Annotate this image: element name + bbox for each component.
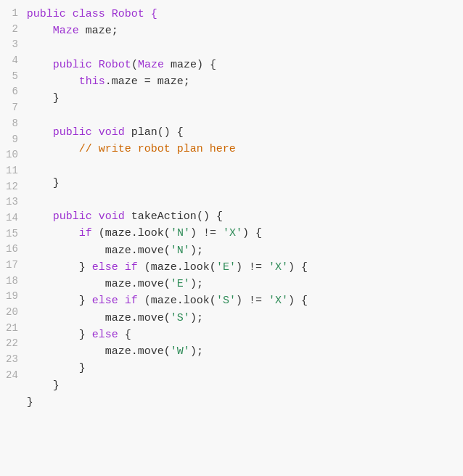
code-editor: 123456789101112131415161718192021222324 … — [0, 0, 463, 476]
token-plain: ) { — [288, 295, 308, 307]
token-string-green: 'S' — [171, 312, 190, 324]
code-line: } else if (maze.look('S') != 'X') { — [27, 292, 454, 309]
code-line — [27, 40, 454, 57]
token-plain: plan() { — [125, 126, 184, 139]
line-number: 24 — [6, 368, 18, 384]
line-number: 3 — [12, 37, 17, 53]
token-string-green: 'S' — [216, 295, 236, 307]
code-line: public void takeAction() { — [27, 208, 454, 225]
token-plain: (maze.look( — [92, 227, 171, 239]
code-line: public Robot(Maze maze) { — [27, 57, 454, 73]
token-plain: .maze = maze; — [105, 75, 190, 88]
line-number: 19 — [6, 289, 18, 305]
token-plain: } — [27, 329, 92, 341]
token-plain: ( — [131, 59, 138, 71]
code-line: } — [27, 90, 454, 107]
token-plain: ); — [190, 278, 203, 290]
token-plain: maze.move( — [27, 278, 171, 290]
token-plain: maze.move( — [27, 345, 171, 358]
token-plain: ) { — [242, 227, 262, 239]
token-plain: ); — [190, 312, 203, 324]
code-line: } — [27, 394, 454, 411]
token-string-green: 'N' — [171, 245, 190, 257]
token-plain: (maze.look( — [138, 261, 216, 274]
code-line: public void plan() { — [27, 124, 454, 141]
token-type-purple: Maze — [138, 59, 164, 71]
line-number: 13 — [6, 194, 18, 210]
code-line: maze.move('N'); — [27, 242, 454, 259]
code-line: if (maze.look('N') != 'X') { — [27, 225, 454, 242]
token-plain — [27, 126, 53, 139]
line-numbers: 123456789101112131415161718192021222324 — [0, 6, 27, 470]
token-string-green: 'X' — [223, 227, 242, 239]
token-type-purple: Maze — [53, 25, 79, 37]
token-kw-purple: public void — [53, 126, 125, 139]
line-number: 23 — [6, 352, 18, 368]
token-kw-purple: if — [79, 227, 92, 239]
line-number: 18 — [6, 274, 18, 290]
line-number: 17 — [6, 258, 18, 274]
token-plain — [27, 25, 53, 37]
code-line: } — [27, 175, 454, 192]
token-plain: ) != — [190, 227, 223, 239]
code-line — [27, 157, 454, 174]
line-number: 14 — [6, 210, 18, 226]
token-plain: { — [118, 329, 131, 341]
line-number: 2 — [12, 22, 17, 38]
line-number: 1 — [12, 6, 17, 22]
token-string-green: 'E' — [171, 278, 190, 290]
line-number: 6 — [12, 84, 17, 100]
line-number: 8 — [12, 116, 17, 132]
line-number: 22 — [6, 336, 18, 352]
token-kw-purple: public — [53, 59, 92, 71]
token-string-green: 'E' — [216, 261, 236, 274]
line-number: 5 — [12, 69, 17, 85]
token-plain: ); — [190, 245, 203, 257]
token-plain: } — [27, 396, 33, 409]
line-number: 11 — [6, 163, 18, 179]
token-kw-purple: public class Robot { — [27, 8, 157, 20]
token-plain: } — [27, 261, 92, 274]
token-plain: } — [27, 379, 60, 392]
code-line: Maze maze; — [27, 22, 454, 39]
code-line: } else { — [27, 327, 454, 343]
token-plain: maze; — [79, 25, 118, 37]
code-line: this.maze = maze; — [27, 73, 454, 90]
token-comment-orange: // write robot plan here — [79, 143, 236, 155]
line-number: 21 — [6, 321, 18, 337]
code-line: } — [27, 377, 454, 394]
token-kw-purple: else — [92, 329, 118, 341]
token-kw-purple: else if — [92, 261, 138, 274]
token-plain: maze) { — [164, 59, 216, 71]
line-number: 16 — [6, 242, 18, 258]
code-line: public class Robot { — [27, 6, 454, 22]
token-plain: takeAction() { — [125, 210, 223, 223]
token-plain: ) != — [236, 295, 269, 307]
token-string-green: 'W' — [171, 345, 190, 358]
token-plain: } — [27, 295, 92, 307]
token-plain: maze.move( — [27, 312, 171, 324]
code-line — [27, 192, 454, 208]
token-kw-this: this — [79, 75, 105, 88]
code-line: // write robot plan here — [27, 141, 454, 157]
code-content: public class Robot { Maze maze; public R… — [27, 6, 463, 470]
token-plain: } — [27, 177, 60, 189]
token-plain: } — [27, 92, 60, 104]
token-plain: ) { — [288, 261, 308, 274]
token-plain — [92, 59, 99, 71]
code-line — [27, 107, 454, 124]
token-plain — [27, 59, 53, 71]
token-kw-purple: public void — [53, 210, 125, 223]
token-string-green: 'X' — [269, 261, 288, 274]
code-line: } else if (maze.look('E') != 'X') { — [27, 259, 454, 276]
code-line: maze.move('S'); — [27, 310, 454, 327]
token-kw-purple: else if — [92, 295, 138, 307]
line-number: 12 — [6, 179, 18, 195]
token-string-green: 'N' — [171, 227, 190, 239]
token-plain: maze.move( — [27, 245, 171, 257]
line-number: 20 — [6, 305, 18, 321]
token-string-green: 'X' — [269, 295, 288, 307]
token-plain: } — [27, 362, 86, 374]
line-number: 15 — [6, 226, 18, 242]
token-type-purple: Robot — [99, 59, 131, 71]
